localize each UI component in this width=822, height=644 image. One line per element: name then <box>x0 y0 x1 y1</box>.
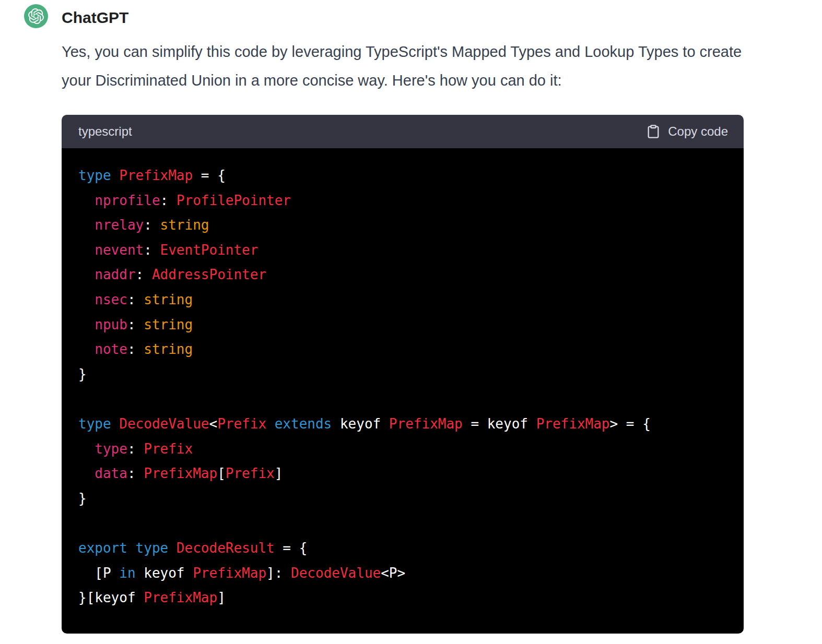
code-line: nevent: EventPointer <box>78 238 727 263</box>
code-line: naddr: AddressPointer <box>78 263 727 288</box>
openai-logo-icon <box>28 8 44 24</box>
chatgpt-avatar <box>24 4 48 28</box>
code-line: note: string <box>78 337 727 362</box>
code-line <box>78 387 727 412</box>
code-line: nrelay: string <box>78 213 727 238</box>
code-line: nsec: string <box>78 288 727 313</box>
code-block-header: typescript Copy code <box>62 115 744 148</box>
code-line: type DecodeValue<Prefix extends keyof Pr… <box>78 412 727 437</box>
copy-code-button[interactable]: Copy code <box>646 124 728 139</box>
code-line: export type DecodeResult = { <box>78 536 727 561</box>
code-line: npub: string <box>78 313 727 338</box>
code-line: [P in keyof PrefixMap]: DecodeValue<P> <box>78 561 727 586</box>
code-line <box>78 511 727 536</box>
code-line: }[keyof PrefixMap] <box>78 586 727 611</box>
code-content: type PrefixMap = { nprofile: ProfilePoin… <box>62 148 744 634</box>
language-label: typescript <box>78 124 132 139</box>
code-line: type PrefixMap = { <box>78 163 727 188</box>
code-line: } <box>78 486 727 511</box>
assistant-message: ChatGPT Yes, you can simplify this code … <box>0 0 822 634</box>
code-line: type: Prefix <box>78 437 727 462</box>
code-block: typescript Copy code type PrefixMap = { … <box>62 115 744 634</box>
clipboard-icon <box>646 124 661 139</box>
code-line: data: PrefixMap[Prefix] <box>78 461 727 486</box>
author-name: ChatGPT <box>62 5 744 28</box>
code-line: nprofile: ProfilePointer <box>78 188 727 213</box>
message-text: Yes, you can simplify this code by lever… <box>62 38 744 95</box>
copy-code-label: Copy code <box>668 124 728 139</box>
code-line: } <box>78 362 727 387</box>
